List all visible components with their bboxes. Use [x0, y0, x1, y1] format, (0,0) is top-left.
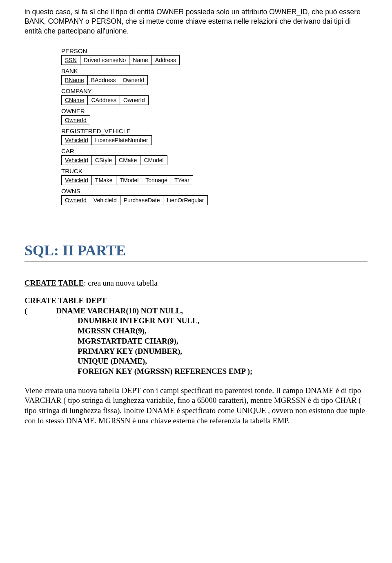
sql-code-block: CREATE TABLE DEPT ( DNAME VARCHAR(10) NO…	[24, 296, 368, 377]
schema-table-row: VehicleIdLicensePlateNumber	[61, 135, 368, 145]
schema-column: CModel	[140, 155, 167, 165]
code-line: DNUMBER INTEGER NOT NULL,	[24, 316, 368, 326]
schema-column: LicensePlateNumber	[91, 135, 152, 145]
schema-table-name: CAR	[61, 147, 368, 154]
code-line: PRIMARY KEY (DNUMBER),	[24, 346, 368, 357]
schema-diagram: PERSONSSNDriverLicenseNoNameAddressBANKB…	[61, 47, 368, 205]
schema-table-name: PERSON	[61, 47, 368, 54]
schema-column: OwnerId	[61, 115, 90, 125]
schema-column: PurchaseDate	[120, 195, 164, 205]
schema-table-row: BNameBAddressOwnerId	[61, 75, 368, 85]
code-line: ( DNAME VARCHAR(10) NOT NULL,	[24, 306, 368, 316]
schema-table-name: OWNER	[61, 107, 368, 114]
schema-table: OWNSOwnerIdVehicleIdPurchaseDateLienOrRe…	[61, 188, 368, 205]
schema-column: TModel	[116, 175, 143, 185]
schema-column: Address	[151, 55, 180, 65]
schema-column: OwnerId	[120, 95, 149, 105]
schema-column: CMake	[115, 155, 140, 165]
schema-column: TYear	[171, 175, 193, 185]
schema-table: OWNEROwnerId	[61, 107, 368, 125]
schema-table: BANKBNameBAddressOwnerId	[61, 67, 368, 85]
schema-table-row: OwnerIdVehicleIdPurchaseDateLienOrRegula…	[61, 195, 368, 205]
create-table-line: CREATE TABLE: crea una nuova tabella	[24, 278, 368, 288]
schema-column: VehicleId	[61, 175, 92, 185]
code-line: MGRSSN CHAR(9),	[24, 326, 368, 336]
schema-column: Tonnage	[142, 175, 171, 185]
schema-column: VehicleId	[90, 195, 120, 205]
schema-column: BAddress	[87, 75, 120, 85]
schema-column: DriverLicenseNo	[80, 55, 129, 65]
schema-table: TRUCKVehicleIdTMakeTModelTonnageTYear	[61, 168, 368, 185]
schema-table: PERSONSSNDriverLicenseNoNameAddress	[61, 47, 368, 65]
code-line: UNIQUE (DNAME),	[24, 356, 368, 366]
explanation-paragraph: Viene creata una nuova tabella DEPT con …	[24, 386, 368, 426]
schema-table-name: TRUCK	[61, 168, 368, 174]
schema-table: REGISTERED_VEHICLEVehicleIdLicensePlateN…	[61, 127, 368, 145]
schema-table-name: COMPANY	[61, 87, 368, 94]
schema-column: OwnerId	[119, 75, 148, 85]
schema-table-row: VehicleIdTMakeTModelTonnageTYear	[61, 175, 368, 185]
schema-column: OwnerId	[61, 195, 90, 205]
schema-column: CStyle	[91, 155, 116, 165]
schema-table-row: OwnerId	[61, 115, 368, 125]
schema-table-row: CNameCAddressOwnerId	[61, 95, 368, 105]
code-line: CREATE TABLE DEPT	[24, 296, 368, 306]
schema-table-name: REGISTERED_VEHICLE	[61, 127, 368, 134]
schema-column: VehicleId	[61, 155, 92, 165]
schema-column: VehicleId	[61, 135, 92, 145]
schema-table-name: OWNS	[61, 188, 368, 194]
heading-rule	[24, 261, 368, 262]
schema-table-row: VehicleIdCStyleCMakeCModel	[61, 155, 368, 165]
section-heading: SQL: II PARTE	[24, 242, 368, 259]
schema-column: Name	[129, 55, 151, 65]
intro-paragraph: in questo caso, si fa sì che il tipo di …	[24, 7, 368, 36]
schema-table: COMPANYCNameCAddressOwnerId	[61, 87, 368, 105]
schema-column: CAddress	[87, 95, 120, 105]
create-table-desc: : crea una nuova tabella	[84, 279, 157, 287]
code-line: FOREIGN KEY (MGRSSN) REFERENCES EMP );	[24, 366, 368, 377]
code-line: MGRSTARTDATE CHAR(9),	[24, 336, 368, 346]
schema-column: SSN	[61, 55, 80, 65]
schema-table-name: BANK	[61, 67, 368, 74]
create-table-label: CREATE TABLE	[24, 279, 84, 287]
schema-column: LienOrRegular	[163, 195, 207, 205]
schema-column: BName	[61, 75, 88, 85]
schema-column: CName	[61, 95, 88, 105]
schema-column: TMake	[91, 175, 116, 185]
schema-table: CARVehicleIdCStyleCMakeCModel	[61, 147, 368, 165]
schema-table-row: SSNDriverLicenseNoNameAddress	[61, 55, 368, 65]
